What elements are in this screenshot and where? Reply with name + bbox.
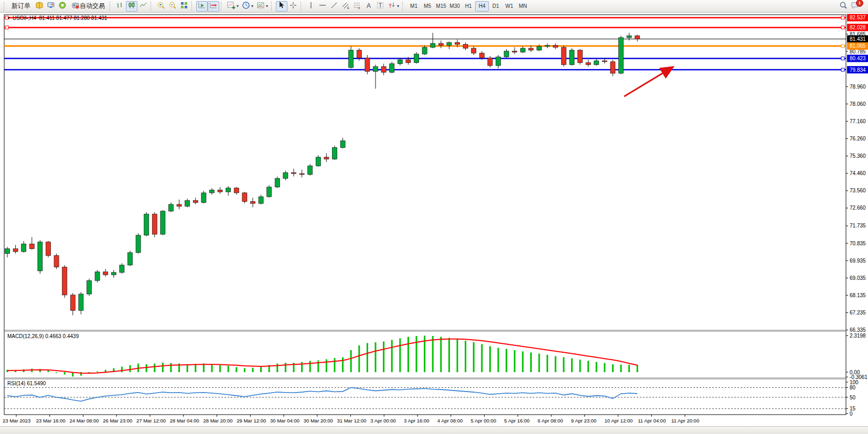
timeframe-d1[interactable]: D1 xyxy=(489,1,502,12)
svg-text:78.960: 78.960 xyxy=(850,84,866,90)
toolbar-grip[interactable] xyxy=(221,2,224,11)
toolbar-grip[interactable] xyxy=(191,2,195,11)
svg-text:11 Apr 04:00: 11 Apr 04:00 xyxy=(638,418,666,424)
rsi-pane[interactable]: 1008050150 xyxy=(4,379,859,417)
svg-text:66.335: 66.335 xyxy=(850,327,866,333)
tile-windows-button[interactable] xyxy=(178,1,190,12)
svg-text:2.3198: 2.3198 xyxy=(850,333,866,339)
text-tool[interactable]: A xyxy=(363,1,374,12)
book-icon xyxy=(35,1,44,11)
cursor-button[interactable] xyxy=(276,1,287,12)
auto-scroll-button[interactable] xyxy=(196,1,208,12)
market-book-button[interactable] xyxy=(34,1,45,12)
signal-icon xyxy=(58,1,67,11)
level-lines[interactable] xyxy=(4,16,846,71)
toolbar-grip[interactable] xyxy=(151,2,154,11)
macd-pane[interactable]: 2.31980.00-0.3061 xyxy=(7,333,867,380)
svg-text:68.135: 68.135 xyxy=(850,292,866,298)
svg-text:81.065: 81.065 xyxy=(850,43,866,49)
trend-arrow-annotation[interactable] xyxy=(624,68,672,96)
zoom-out-button[interactable] xyxy=(167,1,178,12)
timeframe-m30[interactable]: M30 xyxy=(448,1,462,12)
chart-candles-button[interactable] xyxy=(126,1,137,12)
chevron-down-icon[interactable]: ▾ xyxy=(251,4,253,8)
chart-shift-icon xyxy=(209,1,218,11)
channel-icon: E xyxy=(341,1,350,11)
toolbar-grip[interactable] xyxy=(110,2,113,11)
svg-text:24 Mar 08:00: 24 Mar 08:00 xyxy=(70,418,99,424)
timeframe-h1[interactable]: H1 xyxy=(462,1,475,12)
toolbar-grip[interactable] xyxy=(4,2,7,11)
timeframe-m5[interactable]: M5 xyxy=(421,1,434,12)
svg-text:31 Mar 12:00: 31 Mar 12:00 xyxy=(337,418,367,424)
svg-text:5 Apr 00:00: 5 Apr 00:00 xyxy=(471,418,497,424)
robot-icon xyxy=(71,1,80,11)
svg-text:23 Mar 2023: 23 Mar 2023 xyxy=(3,418,30,424)
svg-text:0: 0 xyxy=(850,411,853,417)
channel-tool[interactable]: E xyxy=(340,1,351,12)
svg-text:70.835: 70.835 xyxy=(850,241,866,246)
toolbar-grip[interactable] xyxy=(301,2,304,11)
notifications-button[interactable]: 1 xyxy=(849,1,861,12)
timeframe-mn[interactable]: MN xyxy=(516,1,530,12)
svg-text:74.460: 74.460 xyxy=(850,170,866,176)
svg-text:27 Mar 12:00: 27 Mar 12:00 xyxy=(136,418,166,424)
toolbar-grip[interactable] xyxy=(402,2,405,11)
candles xyxy=(5,33,640,316)
svg-text:67.235: 67.235 xyxy=(850,310,866,316)
status-bar xyxy=(0,426,868,434)
timeframe-h4[interactable]: H4 xyxy=(475,1,489,12)
text-label-icon: T xyxy=(376,1,384,11)
svg-text:50: 50 xyxy=(850,395,856,400)
vertical-line-tool[interactable] xyxy=(305,1,317,12)
timeframe-w1[interactable]: W1 xyxy=(502,1,516,12)
timeframe-m15[interactable]: M15 xyxy=(434,1,448,12)
zoom-in-button[interactable] xyxy=(155,1,167,12)
svg-text:30 Mar 20:00: 30 Mar 20:00 xyxy=(304,418,333,424)
new-order-button[interactable]: 新订单 xyxy=(8,1,34,12)
search-button[interactable] xyxy=(838,1,849,12)
svg-text:10 Apr 12:00: 10 Apr 12:00 xyxy=(605,418,633,424)
svg-text:T: T xyxy=(379,3,382,8)
trendline-tool[interactable] xyxy=(328,1,340,12)
time-axis[interactable]: 23 Mar 202323 Mar 16:0024 Mar 08:0026 Ma… xyxy=(3,415,699,424)
svg-text:23 Mar 16:00: 23 Mar 16:00 xyxy=(36,418,66,424)
svg-text:82.028: 82.028 xyxy=(850,25,866,30)
one-click-toggle-icon[interactable]: ▼ xyxy=(7,16,10,20)
chart-bars-button[interactable] xyxy=(114,1,126,12)
chevron-down-icon[interactable]: ▾ xyxy=(237,4,239,8)
trendline-icon xyxy=(330,1,338,11)
auto-trading-button[interactable]: 自动交易 xyxy=(68,1,108,12)
chevron-down-icon[interactable]: ▾ xyxy=(266,4,268,8)
toolbar-grip[interactable] xyxy=(271,2,274,11)
market-watch-button[interactable] xyxy=(45,1,57,12)
svg-text:69.035: 69.035 xyxy=(850,275,866,281)
svg-text:6 Apr 08:00: 6 Apr 08:00 xyxy=(538,418,563,424)
community-button[interactable] xyxy=(57,1,68,12)
line-chart-icon xyxy=(139,1,147,11)
crosshair-button[interactable] xyxy=(287,1,299,12)
clock-icon xyxy=(242,1,250,11)
timeframe-m1[interactable]: M1 xyxy=(407,1,421,12)
svg-text:75.360: 75.360 xyxy=(850,153,866,159)
templates-button[interactable]: ▾ xyxy=(255,1,270,12)
svg-text:4 Apr 08:00: 4 Apr 08:00 xyxy=(437,418,463,424)
tile-windows-icon xyxy=(180,1,188,11)
text-label-tool[interactable]: T xyxy=(374,1,386,12)
horizontal-line-tool[interactable] xyxy=(317,1,328,12)
indicators-button[interactable]: ▾ xyxy=(226,1,240,12)
price-axis[interactable]: 81.68580.78578.96078.06077.16076.26075.3… xyxy=(846,31,866,333)
svg-text:26 Mar 23:00: 26 Mar 23:00 xyxy=(103,418,132,424)
arrows-tool[interactable]: ▾ xyxy=(386,1,401,12)
svg-text:28 Mar 04:00: 28 Mar 04:00 xyxy=(170,418,199,424)
chart-line-button[interactable] xyxy=(137,1,149,12)
price-axis-badges: 82.53782.02881.43181.06580.42379.834 xyxy=(847,14,868,73)
svg-text:73.560: 73.560 xyxy=(850,188,866,193)
chart-shift-button[interactable] xyxy=(208,1,219,12)
chevron-down-icon[interactable]: ▾ xyxy=(397,4,399,8)
zoom-out-icon xyxy=(168,1,177,11)
chart-canvas[interactable]: 81.68580.78578.96078.06077.16076.26075.3… xyxy=(0,0,868,434)
fibonacci-tool[interactable]: F xyxy=(351,1,363,12)
periods-button[interactable]: ▾ xyxy=(240,1,255,12)
symbol-ohlc-text: USOil-,H4 81.411 81.477 81.280 81.431 xyxy=(13,15,108,21)
